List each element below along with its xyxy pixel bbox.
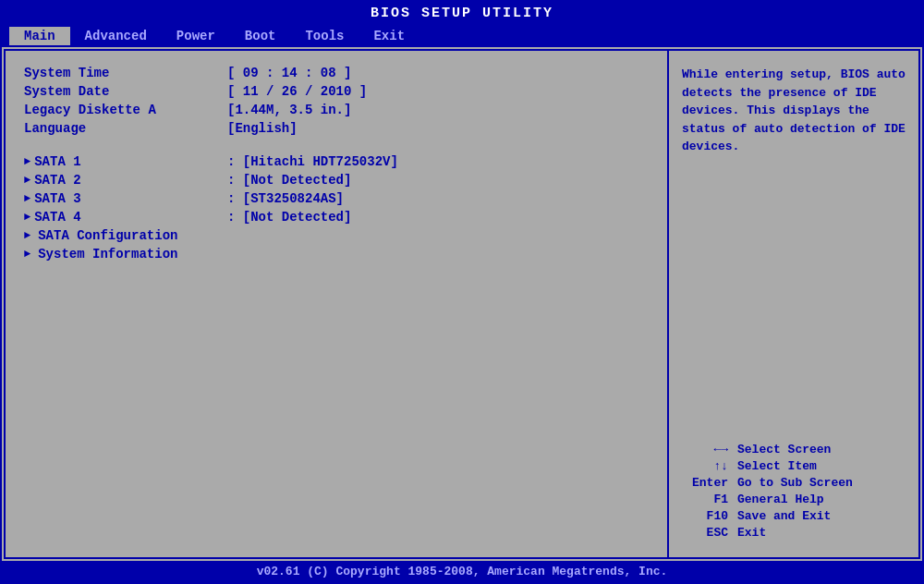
sata-value: : [ST3250824AS] bbox=[227, 191, 344, 206]
nav-item-advanced[interactable]: Advanced bbox=[70, 27, 162, 45]
key-row: ←→Select Screen bbox=[682, 443, 906, 456]
sata-group: ►SATA 1: [Hitachi HDT725032V]►SATA 2: [N… bbox=[24, 154, 649, 225]
settings-label: System Time bbox=[24, 66, 227, 80]
bios-app: BIOS SETUP UTILITY MainAdvancedPowerBoot… bbox=[0, 0, 924, 584]
arrow-icon: ► bbox=[24, 192, 30, 205]
sata-value: : [Not Detected] bbox=[227, 210, 351, 225]
nav-item-tools[interactable]: Tools bbox=[290, 27, 359, 45]
key-name: ←→ bbox=[682, 443, 728, 456]
settings-row: System Time[ 09 : 14 : 08 ] bbox=[24, 66, 649, 80]
right-panel: While entering setup, BIOS auto detects … bbox=[669, 51, 918, 557]
key-row: ESCExit bbox=[682, 526, 906, 540]
sata-label-text: SATA 2 bbox=[34, 173, 80, 188]
key-name: ESC bbox=[682, 526, 728, 540]
key-desc: Save and Exit bbox=[737, 509, 906, 523]
title-bar: BIOS SETUP UTILITY bbox=[2, 2, 922, 25]
key-desc: General Help bbox=[737, 493, 906, 506]
config-label: ►System Information bbox=[24, 247, 177, 262]
sata-label: ►SATA 4 bbox=[24, 210, 227, 225]
settings-group: System Time[ 09 : 14 : 08 ]System Date[ … bbox=[24, 66, 649, 136]
key-row: F1General Help bbox=[682, 493, 906, 506]
config-row[interactable]: ►SATA Configuration bbox=[24, 228, 649, 243]
settings-row: System Date[ 11 / 26 / 2010 ] bbox=[24, 84, 649, 99]
footer: v02.61 (C) Copyright 1985-2008, American… bbox=[2, 561, 922, 582]
key-help: ←→Select Screen↑↓Select ItemEnterGo to S… bbox=[682, 443, 906, 542]
sata-label-text: SATA 3 bbox=[34, 191, 80, 206]
key-row: EnterGo to Sub Screen bbox=[682, 476, 906, 490]
arrow-icon: ► bbox=[24, 155, 30, 168]
config-row[interactable]: ►System Information bbox=[24, 247, 649, 262]
left-panel: System Time[ 09 : 14 : 08 ]System Date[ … bbox=[6, 51, 669, 557]
sata-row[interactable]: ►SATA 4: [Not Detected] bbox=[24, 210, 649, 225]
settings-value: [ 11 / 26 / 2010 ] bbox=[227, 84, 367, 99]
settings-label: System Date bbox=[24, 84, 227, 99]
nav-item-main[interactable]: Main bbox=[9, 27, 70, 45]
sata-row[interactable]: ►SATA 2: [Not Detected] bbox=[24, 173, 649, 188]
settings-label: Language bbox=[24, 121, 227, 136]
arrow-icon: ► bbox=[24, 174, 30, 187]
help-text: While entering setup, BIOS auto detects … bbox=[682, 66, 906, 156]
sata-row[interactable]: ►SATA 3: [ST3250824AS] bbox=[24, 191, 649, 206]
config-label-text: SATA Configuration bbox=[38, 228, 177, 243]
config-label: ►SATA Configuration bbox=[24, 228, 177, 243]
sata-label-text: SATA 1 bbox=[34, 154, 80, 169]
key-name: F10 bbox=[682, 509, 728, 523]
footer-text: v02.61 (C) Copyright 1985-2008, American… bbox=[257, 565, 668, 578]
sata-label: ►SATA 3 bbox=[24, 191, 227, 206]
sata-value: : [Hitachi HDT725032V] bbox=[227, 154, 398, 169]
key-row: F10Save and Exit bbox=[682, 509, 906, 523]
arrow-icon: ► bbox=[24, 248, 30, 261]
arrow-icon: ► bbox=[24, 229, 30, 242]
settings-row: Language[English] bbox=[24, 121, 649, 136]
settings-value: [English] bbox=[227, 121, 298, 136]
sata-row[interactable]: ►SATA 1: [Hitachi HDT725032V] bbox=[24, 154, 649, 169]
key-name: Enter bbox=[682, 476, 728, 490]
sata-label: ►SATA 1 bbox=[24, 154, 227, 169]
key-desc: Go to Sub Screen bbox=[737, 476, 906, 490]
nav-bar: MainAdvancedPowerBootToolsExit bbox=[2, 25, 922, 47]
sata-label: ►SATA 2 bbox=[24, 173, 227, 188]
sata-value: : [Not Detected] bbox=[227, 173, 351, 188]
app-title: BIOS SETUP UTILITY bbox=[371, 6, 553, 21]
key-desc: Select Screen bbox=[737, 443, 906, 456]
key-row: ↑↓Select Item bbox=[682, 459, 906, 473]
content-area: System Time[ 09 : 14 : 08 ]System Date[ … bbox=[4, 49, 920, 559]
config-label-text: System Information bbox=[38, 247, 177, 262]
sata-label-text: SATA 4 bbox=[34, 210, 80, 225]
nav-item-exit[interactable]: Exit bbox=[359, 27, 419, 45]
config-group: ►SATA Configuration►System Information bbox=[24, 228, 649, 262]
nav-item-power[interactable]: Power bbox=[162, 27, 230, 45]
settings-value: [1.44M, 3.5 in.] bbox=[227, 103, 351, 117]
settings-value: [ 09 : 14 : 08 ] bbox=[227, 66, 351, 80]
key-desc: Exit bbox=[737, 526, 906, 540]
key-desc: Select Item bbox=[737, 459, 906, 473]
settings-label: Legacy Diskette A bbox=[24, 103, 227, 117]
nav-item-boot[interactable]: Boot bbox=[230, 27, 291, 45]
arrow-icon: ► bbox=[24, 211, 30, 224]
settings-row: Legacy Diskette A[1.44M, 3.5 in.] bbox=[24, 103, 649, 117]
key-name: ↑↓ bbox=[682, 459, 728, 473]
key-name: F1 bbox=[682, 493, 728, 506]
